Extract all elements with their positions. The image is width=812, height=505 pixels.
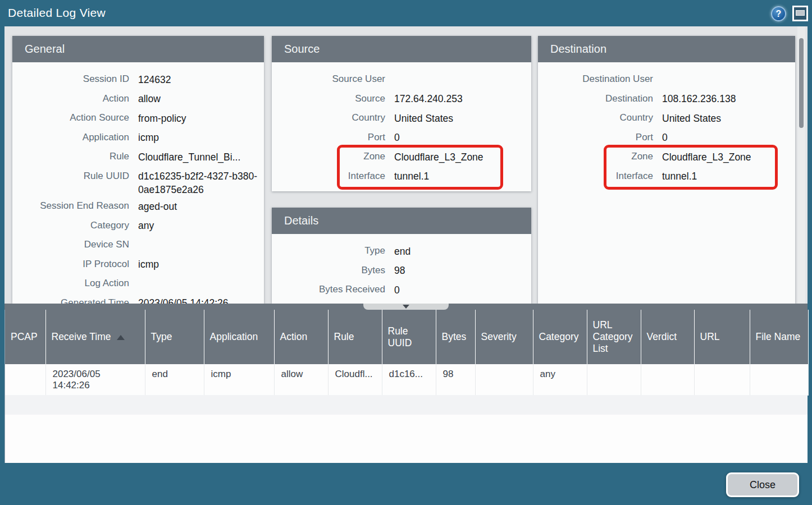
column-header-category[interactable]: Category [533, 310, 587, 364]
field-row-application: Applicationicmp [12, 128, 264, 148]
column-header-url[interactable]: URL [694, 310, 750, 364]
source-panel-title: Source [272, 36, 531, 62]
column-header-application[interactable]: Application [204, 310, 274, 364]
field-label: IP Protocol [12, 255, 129, 274]
empty-row-stripe [5, 395, 808, 415]
content-scrollbar[interactable] [797, 26, 805, 304]
field-row-source-user: Source User [272, 70, 531, 89]
column-header-label: Bytes [442, 331, 467, 342]
close-button[interactable]: Close [726, 472, 799, 497]
cell-receive-time: 2023/06/05 14:42:26 [45, 364, 145, 395]
field-label: Country [272, 108, 385, 128]
log-table-area: PCAPReceive TimeTypeApplicationActionRul… [4, 310, 808, 463]
column-header-action[interactable]: Action [274, 310, 328, 364]
field-label: Port [272, 128, 385, 148]
field-row-bytes-received: Bytes Received0 [272, 280, 531, 300]
column-header-label: Application [210, 331, 258, 342]
column-header-rule-uuid[interactable]: Rule UUID [382, 310, 436, 364]
field-row-rule-uuid: Rule UUIDd1c16235-b2f2-4327-b380-0ae1875… [12, 167, 264, 197]
field-value: 0 [394, 128, 526, 145]
details-panel-body: TypeendBytes98Bytes Received0 [272, 234, 531, 300]
source-panel-body: Source UserSource172.64.240.253CountryUn… [272, 62, 531, 186]
field-value: any [138, 216, 258, 233]
collapse-table-handle[interactable] [363, 304, 449, 310]
field-label: Type [272, 241, 385, 261]
field-label: Application [12, 128, 129, 148]
field-label: Zone [272, 147, 385, 167]
column-header-receive-time[interactable]: Receive Time [45, 310, 145, 364]
column-header-rule[interactable]: Rule [328, 310, 382, 364]
cell-application: icmp [204, 364, 274, 395]
field-label: Device SN [12, 235, 129, 255]
column-header-label: Rule [334, 331, 354, 342]
field-value: allow [138, 89, 258, 106]
restore-window-icon[interactable] [792, 6, 808, 21]
field-row-log-action: Log Action [12, 274, 264, 293]
column-header-label: Action [280, 331, 308, 342]
field-row-interface: Interfacetunnel.1 [272, 167, 531, 186]
field-value: 0 [662, 128, 790, 145]
field-row-action: Actionallow [12, 89, 264, 109]
field-row-action-source: Action Sourcefrom-policy [12, 108, 264, 128]
field-value: aged-out [138, 196, 258, 213]
field-label: Interface [272, 167, 385, 186]
field-value [138, 235, 258, 238]
column-header-label: PCAP [11, 331, 38, 342]
field-label: Session End Reason [12, 196, 129, 216]
log-table: PCAPReceive TimeTypeApplicationActionRul… [5, 310, 809, 396]
field-label: Country [538, 108, 653, 128]
field-value [662, 70, 790, 73]
column-header-label: Type [151, 331, 172, 342]
column-header-label: Severity [481, 331, 517, 342]
content-scrollbar-thumb[interactable] [799, 38, 804, 128]
field-label: Action [12, 89, 129, 109]
log-table-header-row: PCAPReceive TimeTypeApplicationActionRul… [5, 310, 808, 364]
column-header-pcap[interactable]: PCAP [5, 310, 45, 364]
log-table-row[interactable]: 2023/06/05 14:42:26endicmpallowCloudfl..… [5, 364, 808, 395]
details-panel-title: Details [272, 208, 531, 234]
field-row-ip-protocol: IP Protocolicmp [12, 255, 264, 274]
column-header-url-category-list[interactable]: URL Category List [587, 310, 641, 364]
field-row-country: CountryUnited States [538, 108, 795, 128]
field-value: 172.64.240.253 [394, 89, 526, 106]
field-row-generated-time: Generated Time2023/06/05 14:42:26 [12, 293, 264, 304]
cell-category: any [533, 364, 587, 395]
cell-url-category-list [587, 364, 641, 395]
general-panel-body: Session ID124632ActionallowAction Source… [12, 62, 264, 304]
field-value [394, 70, 526, 73]
field-row-type: Typeend [272, 241, 531, 261]
field-label: Destination User [538, 70, 653, 89]
column-header-file-name[interactable]: File Name [750, 310, 808, 364]
field-row-destination: Destination108.162.236.138 [538, 89, 795, 109]
field-value: 98 [394, 261, 526, 278]
column-header-verdict[interactable]: Verdict [641, 310, 694, 364]
field-row-country: CountryUnited States [272, 108, 531, 128]
column-header-type[interactable]: Type [145, 310, 204, 364]
general-panel-title: General [12, 36, 264, 62]
cell-action: allow [274, 364, 328, 395]
field-label: Rule UUID [12, 167, 129, 186]
field-label: Bytes [272, 261, 385, 281]
field-row-bytes: Bytes98 [272, 261, 531, 281]
help-icon[interactable]: ? [771, 6, 786, 21]
panel-table-splitter[interactable] [4, 304, 808, 310]
destination-panel-title: Destination [538, 36, 795, 62]
cell-verdict [641, 364, 694, 395]
column-header-bytes[interactable]: Bytes [436, 310, 475, 364]
field-value: end [394, 241, 526, 258]
column-header-label: Category [539, 331, 579, 342]
cell-rule-uuid: d1c16... [382, 364, 436, 395]
field-label: Interface [538, 167, 653, 186]
field-value: 108.162.236.138 [662, 89, 790, 106]
field-row-interface: Interfacetunnel.1 [538, 167, 795, 186]
field-row-source: Source172.64.240.253 [272, 89, 531, 109]
field-value: Cloudflare_Tunnel_Bi... [138, 147, 258, 164]
sort-asc-icon [117, 335, 125, 340]
field-value: d1c16235-b2f2-4327-b380-0ae1875e2a26 [138, 167, 258, 197]
field-value: tunnel.1 [662, 167, 790, 183]
source-panel: Source Source UserSource172.64.240.253Co… [272, 36, 531, 191]
column-header-severity[interactable]: Severity [475, 310, 533, 364]
field-row-port: Port0 [538, 128, 795, 148]
column-header-label: Receive Time [52, 331, 111, 342]
field-row-category: Categoryany [12, 216, 264, 236]
